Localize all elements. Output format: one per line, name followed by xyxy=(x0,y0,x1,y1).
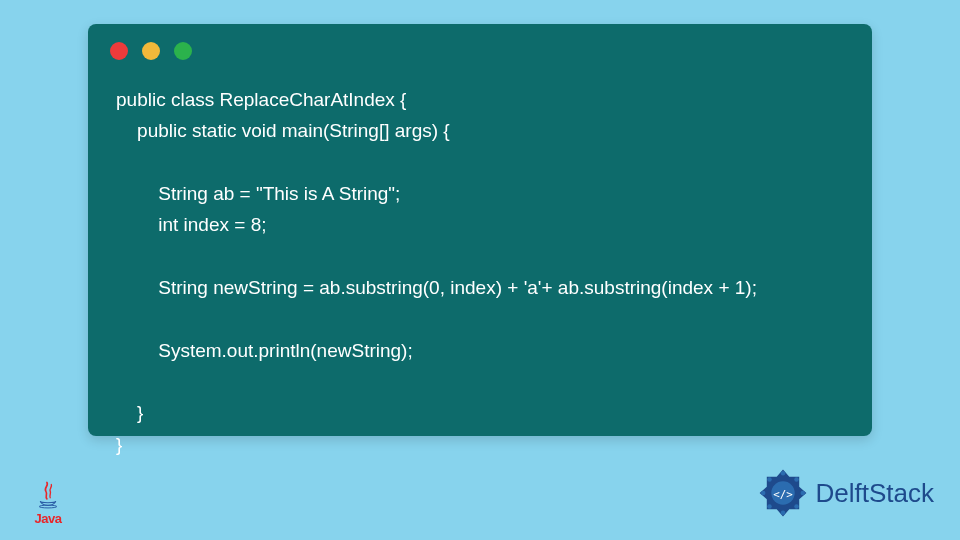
delftstack-logo-label: DelftStack xyxy=(816,478,935,509)
window-controls xyxy=(110,42,192,60)
svg-point-10 xyxy=(760,491,765,496)
code-content: public class ReplaceCharAtIndex { public… xyxy=(116,84,844,460)
maximize-icon xyxy=(174,42,192,60)
minimize-icon xyxy=(142,42,160,60)
svg-point-5 xyxy=(794,477,799,482)
java-logo: Java xyxy=(26,470,70,526)
svg-point-0 xyxy=(39,505,57,508)
svg-point-6 xyxy=(800,491,805,496)
svg-point-7 xyxy=(794,504,799,509)
close-icon xyxy=(110,42,128,60)
java-cup-icon xyxy=(37,481,59,509)
svg-text:</>: </> xyxy=(773,488,793,501)
svg-point-8 xyxy=(780,511,785,516)
svg-point-11 xyxy=(767,477,772,482)
delftstack-badge-icon: </> xyxy=(756,466,810,520)
svg-point-4 xyxy=(780,471,785,476)
svg-point-9 xyxy=(767,504,772,509)
java-logo-label: Java xyxy=(35,511,62,526)
code-window: public class ReplaceCharAtIndex { public… xyxy=(88,24,872,436)
delftstack-logo: </> DelftStack xyxy=(756,466,935,520)
